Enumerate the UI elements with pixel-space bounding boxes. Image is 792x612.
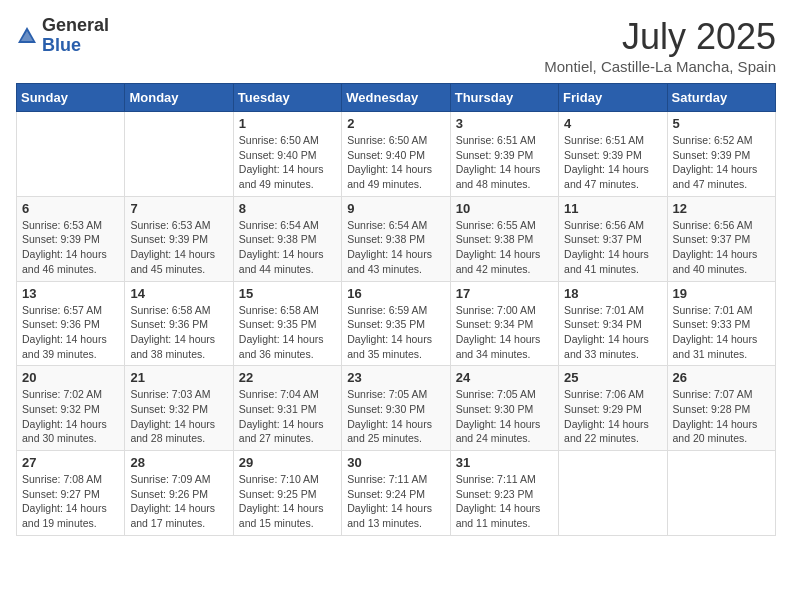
calendar-cell: 14Sunrise: 6:58 AM Sunset: 9:36 PM Dayli… (125, 281, 233, 366)
calendar-cell (667, 451, 775, 536)
calendar-week-row: 27Sunrise: 7:08 AM Sunset: 9:27 PM Dayli… (17, 451, 776, 536)
day-number: 8 (239, 201, 336, 216)
calendar-cell: 8Sunrise: 6:54 AM Sunset: 9:38 PM Daylig… (233, 196, 341, 281)
calendar-cell (17, 112, 125, 197)
day-number: 25 (564, 370, 661, 385)
day-number: 10 (456, 201, 553, 216)
day-number: 27 (22, 455, 119, 470)
calendar-table: SundayMondayTuesdayWednesdayThursdayFrid… (16, 83, 776, 536)
day-number: 7 (130, 201, 227, 216)
month-title: July 2025 (544, 16, 776, 58)
day-number: 18 (564, 286, 661, 301)
day-of-week-header: Sunday (17, 84, 125, 112)
day-info: Sunrise: 7:02 AM Sunset: 9:32 PM Dayligh… (22, 387, 119, 446)
day-number: 21 (130, 370, 227, 385)
calendar-cell: 9Sunrise: 6:54 AM Sunset: 9:38 PM Daylig… (342, 196, 450, 281)
calendar-header-row: SundayMondayTuesdayWednesdayThursdayFrid… (17, 84, 776, 112)
calendar-cell: 24Sunrise: 7:05 AM Sunset: 9:30 PM Dayli… (450, 366, 558, 451)
calendar-cell: 19Sunrise: 7:01 AM Sunset: 9:33 PM Dayli… (667, 281, 775, 366)
calendar-cell: 17Sunrise: 7:00 AM Sunset: 9:34 PM Dayli… (450, 281, 558, 366)
day-info: Sunrise: 7:09 AM Sunset: 9:26 PM Dayligh… (130, 472, 227, 531)
day-info: Sunrise: 6:51 AM Sunset: 9:39 PM Dayligh… (456, 133, 553, 192)
calendar-cell: 26Sunrise: 7:07 AM Sunset: 9:28 PM Dayli… (667, 366, 775, 451)
day-number: 4 (564, 116, 661, 131)
day-info: Sunrise: 6:59 AM Sunset: 9:35 PM Dayligh… (347, 303, 444, 362)
day-number: 13 (22, 286, 119, 301)
calendar-cell: 6Sunrise: 6:53 AM Sunset: 9:39 PM Daylig… (17, 196, 125, 281)
calendar-cell: 27Sunrise: 7:08 AM Sunset: 9:27 PM Dayli… (17, 451, 125, 536)
calendar-cell: 3Sunrise: 6:51 AM Sunset: 9:39 PM Daylig… (450, 112, 558, 197)
calendar-cell: 11Sunrise: 6:56 AM Sunset: 9:37 PM Dayli… (559, 196, 667, 281)
day-number: 26 (673, 370, 770, 385)
calendar-cell: 15Sunrise: 6:58 AM Sunset: 9:35 PM Dayli… (233, 281, 341, 366)
calendar-week-row: 1Sunrise: 6:50 AM Sunset: 9:40 PM Daylig… (17, 112, 776, 197)
day-info: Sunrise: 6:56 AM Sunset: 9:37 PM Dayligh… (673, 218, 770, 277)
day-info: Sunrise: 7:00 AM Sunset: 9:34 PM Dayligh… (456, 303, 553, 362)
day-info: Sunrise: 6:50 AM Sunset: 9:40 PM Dayligh… (347, 133, 444, 192)
day-number: 1 (239, 116, 336, 131)
day-info: Sunrise: 7:06 AM Sunset: 9:29 PM Dayligh… (564, 387, 661, 446)
calendar-cell: 22Sunrise: 7:04 AM Sunset: 9:31 PM Dayli… (233, 366, 341, 451)
calendar-week-row: 6Sunrise: 6:53 AM Sunset: 9:39 PM Daylig… (17, 196, 776, 281)
calendar-cell: 30Sunrise: 7:11 AM Sunset: 9:24 PM Dayli… (342, 451, 450, 536)
calendar-cell: 12Sunrise: 6:56 AM Sunset: 9:37 PM Dayli… (667, 196, 775, 281)
day-of-week-header: Saturday (667, 84, 775, 112)
calendar-cell: 29Sunrise: 7:10 AM Sunset: 9:25 PM Dayli… (233, 451, 341, 536)
day-number: 31 (456, 455, 553, 470)
logo-icon (16, 25, 38, 47)
day-number: 6 (22, 201, 119, 216)
title-block: July 2025 Montiel, Castille-La Mancha, S… (544, 16, 776, 75)
day-info: Sunrise: 6:58 AM Sunset: 9:36 PM Dayligh… (130, 303, 227, 362)
day-of-week-header: Tuesday (233, 84, 341, 112)
calendar-week-row: 20Sunrise: 7:02 AM Sunset: 9:32 PM Dayli… (17, 366, 776, 451)
day-info: Sunrise: 7:03 AM Sunset: 9:32 PM Dayligh… (130, 387, 227, 446)
calendar-cell: 25Sunrise: 7:06 AM Sunset: 9:29 PM Dayli… (559, 366, 667, 451)
day-number: 3 (456, 116, 553, 131)
day-of-week-header: Thursday (450, 84, 558, 112)
day-info: Sunrise: 6:50 AM Sunset: 9:40 PM Dayligh… (239, 133, 336, 192)
day-number: 22 (239, 370, 336, 385)
day-number: 30 (347, 455, 444, 470)
day-info: Sunrise: 6:58 AM Sunset: 9:35 PM Dayligh… (239, 303, 336, 362)
day-number: 17 (456, 286, 553, 301)
day-number: 11 (564, 201, 661, 216)
page-header: General Blue July 2025 Montiel, Castille… (16, 16, 776, 75)
calendar-cell: 4Sunrise: 6:51 AM Sunset: 9:39 PM Daylig… (559, 112, 667, 197)
day-info: Sunrise: 6:51 AM Sunset: 9:39 PM Dayligh… (564, 133, 661, 192)
day-number: 2 (347, 116, 444, 131)
day-info: Sunrise: 7:10 AM Sunset: 9:25 PM Dayligh… (239, 472, 336, 531)
calendar-cell: 2Sunrise: 6:50 AM Sunset: 9:40 PM Daylig… (342, 112, 450, 197)
day-number: 24 (456, 370, 553, 385)
day-number: 23 (347, 370, 444, 385)
calendar-cell: 10Sunrise: 6:55 AM Sunset: 9:38 PM Dayli… (450, 196, 558, 281)
day-info: Sunrise: 7:05 AM Sunset: 9:30 PM Dayligh… (456, 387, 553, 446)
day-of-week-header: Wednesday (342, 84, 450, 112)
day-info: Sunrise: 6:53 AM Sunset: 9:39 PM Dayligh… (130, 218, 227, 277)
day-info: Sunrise: 6:55 AM Sunset: 9:38 PM Dayligh… (456, 218, 553, 277)
day-number: 15 (239, 286, 336, 301)
day-of-week-header: Friday (559, 84, 667, 112)
day-info: Sunrise: 7:11 AM Sunset: 9:24 PM Dayligh… (347, 472, 444, 531)
day-number: 20 (22, 370, 119, 385)
day-number: 12 (673, 201, 770, 216)
calendar-cell: 28Sunrise: 7:09 AM Sunset: 9:26 PM Dayli… (125, 451, 233, 536)
calendar-cell: 20Sunrise: 7:02 AM Sunset: 9:32 PM Dayli… (17, 366, 125, 451)
calendar-cell: 23Sunrise: 7:05 AM Sunset: 9:30 PM Dayli… (342, 366, 450, 451)
calendar-cell (559, 451, 667, 536)
calendar-cell: 13Sunrise: 6:57 AM Sunset: 9:36 PM Dayli… (17, 281, 125, 366)
calendar-cell: 5Sunrise: 6:52 AM Sunset: 9:39 PM Daylig… (667, 112, 775, 197)
logo: General Blue (16, 16, 109, 56)
calendar-cell: 21Sunrise: 7:03 AM Sunset: 9:32 PM Dayli… (125, 366, 233, 451)
day-info: Sunrise: 7:04 AM Sunset: 9:31 PM Dayligh… (239, 387, 336, 446)
location: Montiel, Castille-La Mancha, Spain (544, 58, 776, 75)
day-info: Sunrise: 7:08 AM Sunset: 9:27 PM Dayligh… (22, 472, 119, 531)
day-number: 9 (347, 201, 444, 216)
calendar-week-row: 13Sunrise: 6:57 AM Sunset: 9:36 PM Dayli… (17, 281, 776, 366)
day-number: 14 (130, 286, 227, 301)
calendar-cell: 31Sunrise: 7:11 AM Sunset: 9:23 PM Dayli… (450, 451, 558, 536)
calendar-cell (125, 112, 233, 197)
day-of-week-header: Monday (125, 84, 233, 112)
day-number: 19 (673, 286, 770, 301)
day-info: Sunrise: 6:54 AM Sunset: 9:38 PM Dayligh… (239, 218, 336, 277)
logo-general-text: General (42, 15, 109, 35)
